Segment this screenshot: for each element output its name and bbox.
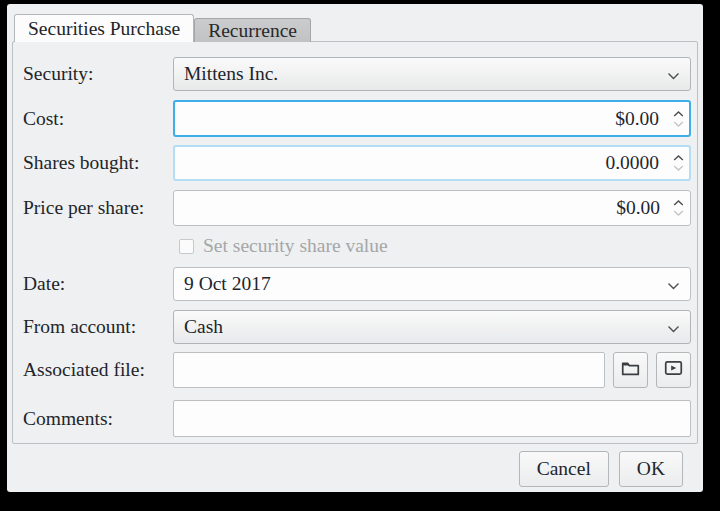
chevron-down-icon [667, 273, 680, 295]
chevron-down-icon [667, 316, 680, 338]
comments-row: Comments: [23, 400, 691, 437]
chevron-down-icon [667, 63, 680, 85]
dialog-button-row: Cancel OK [7, 451, 683, 487]
price-per-share-spinbox [173, 190, 691, 226]
set-security-share-value-label: Set security share value [203, 235, 388, 257]
screen-background: Securities Purchase Recurrence Security:… [0, 0, 720, 511]
security-label: Security: [23, 57, 173, 91]
date-dropdown[interactable]: 9 Oct 2017 [173, 267, 691, 301]
cost-spinbox [173, 100, 691, 137]
securities-purchase-dialog: Securities Purchase Recurrence Security:… [7, 4, 703, 492]
date-value: 9 Oct 2017 [184, 273, 271, 295]
folder-open-icon [621, 360, 640, 380]
spin-down-button[interactable] [673, 210, 684, 217]
associated-file-input[interactable] [173, 352, 605, 388]
cost-row: Cost: [23, 100, 691, 137]
tab-bar: Securities Purchase Recurrence [7, 14, 703, 42]
security-row: Security: Mittens Inc. [23, 57, 691, 91]
tab-label: Recurrence [208, 20, 297, 42]
spin-down-button[interactable] [673, 165, 684, 172]
comments-input[interactable] [173, 400, 691, 437]
shares-bought-row: Shares bought: [23, 145, 691, 181]
set-security-share-value-row: Set security share value [179, 235, 691, 257]
tab-content-frame: Security: Mittens Inc. Cost: [12, 41, 698, 444]
tab-label: Securities Purchase [28, 18, 180, 40]
price-per-share-label: Price per share: [23, 190, 173, 226]
date-label: Date: [23, 267, 173, 301]
spin-down-button[interactable] [673, 120, 684, 127]
open-external-icon [664, 360, 683, 380]
cancel-button[interactable]: Cancel [519, 451, 609, 487]
from-account-row: From account: Cash [23, 310, 691, 344]
from-account-value: Cash [184, 316, 223, 338]
spin-up-button[interactable] [673, 155, 684, 162]
shares-bought-input[interactable] [173, 145, 691, 181]
security-value: Mittens Inc. [184, 63, 278, 85]
price-per-share-row: Price per share: [23, 190, 691, 226]
open-file-button[interactable] [656, 352, 691, 388]
spin-up-button[interactable] [673, 200, 684, 207]
cost-label: Cost: [23, 100, 173, 137]
tab-securities-purchase[interactable]: Securities Purchase [14, 14, 194, 42]
browse-file-button[interactable] [613, 352, 648, 388]
shares-bought-spinbox [173, 145, 691, 181]
from-account-label: From account: [23, 310, 173, 344]
comments-label: Comments: [23, 400, 173, 437]
from-account-dropdown[interactable]: Cash [173, 310, 691, 344]
associated-file-label: Associated file: [23, 352, 173, 388]
spin-up-button[interactable] [673, 110, 684, 117]
shares-bought-label: Shares bought: [23, 145, 173, 181]
ok-button[interactable]: OK [619, 451, 683, 487]
date-row: Date: 9 Oct 2017 [23, 267, 691, 301]
associated-file-row: Associated file: [23, 352, 691, 388]
cost-input[interactable] [173, 100, 691, 137]
security-dropdown[interactable]: Mittens Inc. [173, 57, 691, 91]
price-per-share-input[interactable] [173, 190, 691, 226]
set-security-share-value-checkbox[interactable] [179, 239, 194, 254]
tab-recurrence[interactable]: Recurrence [194, 18, 311, 42]
